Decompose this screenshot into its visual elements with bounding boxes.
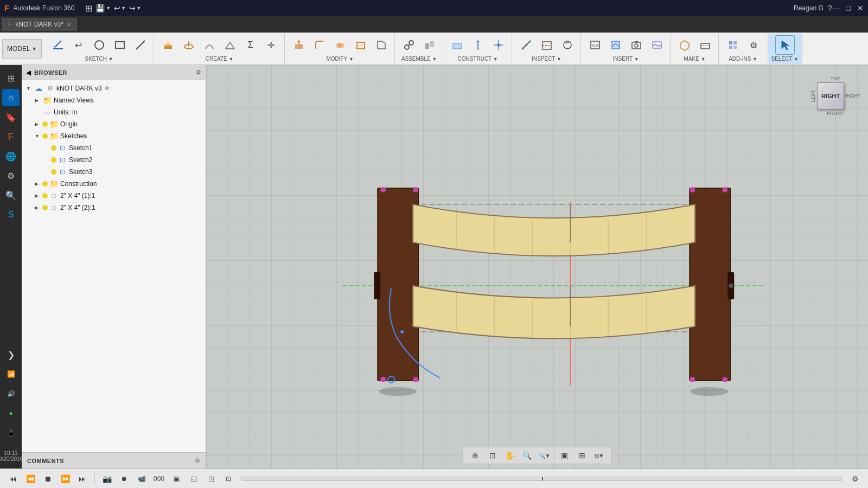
left-icon-search[interactable]: 🔍 <box>2 187 20 204</box>
left-icon-sound[interactable]: 🔊 <box>2 385 20 402</box>
left-icon-bookmark[interactable]: 🔖 <box>2 108 20 126</box>
tree-sketch1[interactable]: ⊡ Sketch1 <box>22 142 206 154</box>
left-icon-skype[interactable]: S <box>2 206 20 223</box>
tree-construction[interactable]: ▶ 📁 Construction <box>22 178 206 190</box>
revolve-btn[interactable] <box>179 35 199 55</box>
home-icon[interactable]: ⊞ <box>85 3 92 14</box>
timeline-btn1[interactable]: ▣ <box>169 472 184 485</box>
image-btn[interactable] <box>647 35 667 55</box>
grid-toggle-btn[interactable]: ⊞ <box>575 449 590 462</box>
point-btn[interactable] <box>489 35 508 55</box>
timeline-btn4[interactable]: ⊡ <box>221 472 236 485</box>
construction-arrow[interactable]: ▶ <box>35 181 42 187</box>
pan-btn[interactable]: ✋ <box>502 449 518 462</box>
browser-collapse-btn[interactable]: ◀ <box>26 69 31 76</box>
zoom-dropdown-btn[interactable]: 🔍▼ <box>537 449 552 462</box>
sketch-line-btn[interactable] <box>131 35 150 55</box>
display-mode-btn[interactable]: ▣ <box>557 449 572 462</box>
fillet-btn[interactable] <box>310 35 329 55</box>
section-analysis-btn[interactable] <box>537 35 557 55</box>
sigma-btn[interactable]: Σ <box>241 35 260 55</box>
tree-named-views[interactable]: ▶ 📁 Named Views <box>22 94 206 106</box>
play-last-btn[interactable]: ⏭ <box>75 472 90 485</box>
camera-btn[interactable]: 📹 <box>134 472 149 485</box>
tree-sketch2[interactable]: ⊡ Sketch2 <box>22 154 206 166</box>
left-icon-green[interactable]: ● <box>2 404 20 422</box>
zoom-btn[interactable]: 🔍 <box>520 449 535 462</box>
viewport[interactable]: TOP LEFT RIGHT RIGHT FRONT ⊕ ⊡ ✋ 🔍 🔍▼ ▣ … <box>206 65 868 468</box>
left-icon-orange[interactable]: F <box>2 128 20 145</box>
root-eye-icon[interactable]: 👁 <box>104 85 110 92</box>
tree-component2[interactable]: ▶ □ 2" X 4" (2):1 <box>22 202 206 214</box>
zebra-btn[interactable] <box>558 35 577 55</box>
tree-origin[interactable]: ▶ 📁 Origin <box>22 118 206 130</box>
rigid-group-btn[interactable] <box>420 35 439 55</box>
left-icon-wifi[interactable]: 📶 <box>2 365 20 383</box>
comp2-arrow[interactable]: ▶ <box>35 205 42 210</box>
scale-btn[interactable] <box>372 35 391 55</box>
axis-btn[interactable] <box>468 35 488 55</box>
redo-btn[interactable]: ↪▼ <box>129 4 141 12</box>
tab-knot-dark[interactable]: F kNOT DARK v3* ✕ <box>2 18 77 31</box>
move-btn[interactable]: ✛ <box>261 35 281 55</box>
record-btn[interactable]: ⏺ <box>117 472 132 485</box>
tree-component1[interactable]: ▶ □ 2" X 4" (1):1 <box>22 190 206 202</box>
grid-dropdown-btn[interactable]: ⊟▼ <box>592 449 607 462</box>
orbit-btn[interactable]: ⊕ <box>468 449 483 462</box>
sketches-arrow[interactable]: ▼ <box>35 133 42 139</box>
comments-settings-btn[interactable]: ⚙ <box>195 457 200 464</box>
sketch-create-btn[interactable] <box>48 35 68 55</box>
view-cube[interactable]: TOP LEFT RIGHT RIGHT FRONT <box>814 76 857 119</box>
sketch-circle-btn[interactable] <box>90 35 109 55</box>
left-icon-settings[interactable]: ⚙ <box>2 167 20 184</box>
browser-settings-btn[interactable]: ⚙ <box>196 69 201 76</box>
play-prev-btn[interactable]: ⏪ <box>23 472 38 485</box>
shell-btn[interactable] <box>351 35 371 55</box>
playback-settings-btn[interactable]: 000 <box>151 472 167 485</box>
left-icon-home[interactable]: ⌂ <box>2 89 20 106</box>
left-icon-device[interactable]: 📱 <box>2 424 20 441</box>
model-dropdown-btn[interactable]: MODEL ▼ <box>2 39 42 59</box>
timeline-btn2[interactable]: ◱ <box>186 472 201 485</box>
tree-sketch3[interactable]: ⊡ Sketch3 <box>22 166 206 178</box>
sketch-undo-btn[interactable]: ↩ <box>69 35 88 55</box>
tree-sketches[interactable]: ▼ 📁 Sketches <box>22 130 206 142</box>
extrude-btn[interactable] <box>158 35 178 55</box>
view-cube-face[interactable]: RIGHT <box>817 82 844 110</box>
timeline-btn3[interactable]: ◳ <box>203 472 219 485</box>
loft-btn[interactable] <box>220 35 240 55</box>
sweep-btn[interactable] <box>200 35 219 55</box>
left-icon-firefox[interactable]: 🌐 <box>2 147 20 165</box>
addins-btn[interactable] <box>723 35 743 55</box>
joint-btn[interactable] <box>399 35 419 55</box>
play-stop-btn[interactable]: ⏹ <box>40 472 55 485</box>
plane-btn[interactable] <box>448 35 467 55</box>
settings-btn[interactable]: ⚙ <box>744 35 763 55</box>
play-next-btn[interactable]: ⏩ <box>58 472 73 485</box>
comp1-arrow[interactable]: ▶ <box>35 193 42 198</box>
timeline-slider[interactable] <box>241 477 842 481</box>
sketch-rect-btn[interactable] <box>110 35 130 55</box>
undo-btn[interactable]: ↩▼ <box>114 4 126 12</box>
origin-arrow[interactable]: ▶ <box>35 121 42 127</box>
tab-close-btn[interactable]: ✕ <box>67 22 71 28</box>
make-3d-btn[interactable] <box>675 35 694 55</box>
push-pull-btn[interactable] <box>289 35 309 55</box>
screenshot-btn[interactable] <box>627 35 646 55</box>
help-btn[interactable]: ? <box>828 4 832 12</box>
maximize-btn[interactable]: □ <box>846 4 851 12</box>
select-btn[interactable] <box>775 35 795 55</box>
close-btn[interactable]: ✕ <box>857 4 864 12</box>
save-dropdown[interactable]: 💾▼ <box>95 4 111 12</box>
minimize-btn[interactable]: — <box>832 4 840 12</box>
tree-root[interactable]: ▼ ☁ ⚙ kNOT DARK v3 👁 <box>22 82 206 94</box>
left-icon-expand[interactable]: ❯ <box>2 346 20 363</box>
decal-btn[interactable] <box>606 35 626 55</box>
root-arrow[interactable]: ▼ <box>26 86 34 91</box>
tree-units[interactable]: ▭ Units: in <box>22 106 206 118</box>
combine-btn[interactable] <box>330 35 350 55</box>
settings-gear-btn[interactable]: ⚙ <box>847 472 863 485</box>
measure-btn[interactable] <box>516 35 536 55</box>
import-svg-btn[interactable]: SVG <box>585 35 605 55</box>
capture-screenshot-btn[interactable]: 📷 <box>99 472 114 485</box>
